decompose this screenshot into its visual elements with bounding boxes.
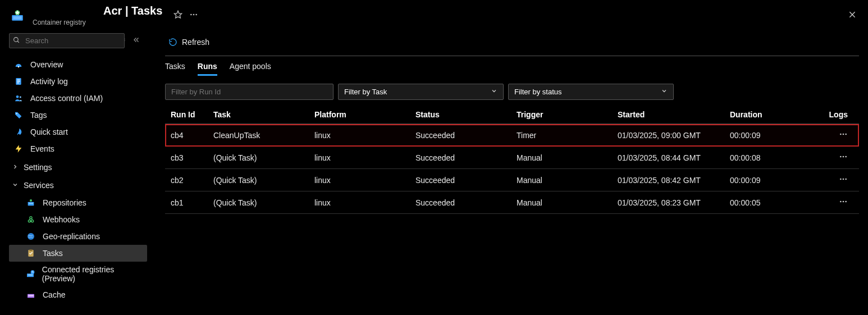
cell-run-id: cb3 (165, 147, 208, 169)
tab-runs[interactable]: Runs (198, 62, 217, 76)
registry-icon (10, 8, 25, 23)
sidebar-item-geo-replications[interactable]: Geo-replications (9, 228, 147, 245)
cell-task: (Quick Task) (208, 147, 309, 169)
svg-rect-28 (29, 249, 32, 251)
table-row[interactable]: cb1(Quick Task)linuxSucceededManual01/03… (165, 191, 859, 214)
cell-task: (Quick Task) (208, 169, 309, 191)
cell-started: 01/03/2025, 09:00 GMT (612, 124, 724, 147)
cache-icon (26, 290, 36, 300)
sidebar-item-label: Repositories (43, 198, 86, 207)
sidebar-item-tasks[interactable]: Tasks (9, 245, 147, 262)
cell-status: Succeeded (410, 124, 511, 147)
svg-rect-1 (13, 16, 21, 19)
search-icon (13, 36, 20, 45)
svg-point-41 (843, 179, 844, 180)
tab-tasks[interactable]: Tasks (165, 62, 185, 76)
filter-task-label: Filter by Task (344, 88, 387, 96)
sidebar-item-label: Tasks (43, 249, 63, 258)
cell-duration: 00:00:09 (724, 124, 814, 147)
sidebar-item-connected-registries-preview-[interactable]: Connected registries (Preview) (9, 262, 147, 286)
col-logs[interactable]: Logs (814, 106, 859, 124)
svg-point-44 (843, 201, 844, 203)
col-started[interactable]: Started (612, 106, 724, 124)
sidebar-item-webhooks[interactable]: Webhooks (9, 211, 147, 228)
svg-point-4 (190, 14, 192, 16)
sidebar-item-label: Quick start (30, 127, 68, 136)
cell-trigger: Manual (511, 147, 612, 169)
table-row[interactable]: cb2(Quick Task)linuxSucceededManual01/03… (165, 169, 859, 191)
col-status[interactable]: Status (410, 106, 511, 124)
cell-trigger: Manual (511, 191, 612, 214)
row-more-actions-icon[interactable] (839, 131, 848, 140)
sidebar-item-repositories[interactable]: Repositories (9, 194, 147, 211)
svg-point-17 (20, 97, 21, 98)
col-trigger[interactable]: Trigger (511, 106, 612, 124)
svg-point-34 (840, 134, 842, 135)
sidebar-item-events[interactable]: Events (9, 140, 147, 157)
row-more-actions-icon[interactable] (839, 154, 848, 163)
sidebar-group-settings[interactable]: Settings (9, 158, 147, 175)
filter-run-id-input[interactable] (165, 84, 334, 100)
overview-icon (13, 60, 24, 70)
cell-started: 01/03/2025, 08:42 GMT (612, 169, 724, 191)
svg-rect-21 (29, 203, 33, 204)
refresh-icon (168, 38, 177, 47)
close-blade-button[interactable] (843, 8, 861, 24)
col-platform[interactable]: Platform (309, 106, 410, 124)
refresh-label: Refresh (182, 38, 209, 47)
chevron-down-icon (11, 181, 19, 190)
collapse-sidebar-icon[interactable] (133, 36, 140, 45)
cell-logs (814, 169, 859, 191)
cell-duration: 00:00:08 (724, 147, 814, 169)
filter-status-select[interactable]: Filter by status (508, 84, 674, 100)
cell-trigger: Manual (511, 169, 612, 191)
col-run-id[interactable]: Run Id (165, 106, 208, 124)
sidebar-item-overview[interactable]: Overview (9, 56, 147, 73)
svg-rect-33 (28, 295, 33, 296)
svg-rect-15 (17, 83, 19, 83)
sidebar-item-access-control-iam-[interactable]: Access control (IAM) (9, 90, 147, 107)
favorite-star-icon[interactable] (173, 10, 182, 21)
sidebar-item-activity-log[interactable]: Activity log (9, 73, 147, 90)
sidebar-item-cache[interactable]: Cache (9, 286, 147, 303)
svg-point-26 (28, 233, 34, 240)
cell-platform: linux (309, 191, 410, 214)
events-icon (13, 144, 24, 154)
connected-icon (26, 269, 35, 279)
svg-point-9 (14, 37, 19, 42)
sidebar-group-services[interactable]: Services (9, 176, 147, 193)
tab-agent-pools[interactable]: Agent pools (230, 62, 271, 76)
cell-logs (814, 191, 859, 214)
filter-status-label: Filter by status (514, 88, 562, 96)
col-task[interactable]: Task (208, 106, 309, 124)
sidebar-item-quick-start[interactable]: Quick start (9, 124, 147, 140)
cell-run-id: cb1 (165, 191, 208, 214)
page-title: Acr | Tasks (33, 4, 162, 17)
sidebar-search-input[interactable] (9, 33, 125, 48)
iam-icon (13, 93, 24, 103)
cell-duration: 00:00:09 (724, 169, 814, 191)
svg-point-37 (840, 156, 842, 158)
sidebar-item-label: Geo-replications (43, 232, 100, 241)
refresh-button[interactable]: Refresh (165, 35, 213, 49)
table-row[interactable]: cb4CleanUpTasklinuxSucceededTimer01/03/2… (165, 124, 859, 147)
sidebar-group-label: Settings (24, 163, 52, 172)
svg-rect-30 (28, 275, 33, 276)
cell-run-id: cb2 (165, 169, 208, 191)
svg-point-18 (16, 113, 17, 114)
chevron-down-icon (491, 88, 497, 96)
sidebar-item-label: Overview (30, 60, 63, 69)
cell-duration: 00:00:05 (724, 191, 814, 214)
sidebar-item-label: Connected registries (Preview) (42, 265, 143, 283)
row-more-actions-icon[interactable] (839, 199, 848, 208)
filter-task-select[interactable]: Filter by Task (338, 84, 504, 100)
sidebar-item-tags[interactable]: Tags (9, 107, 147, 124)
row-more-actions-icon[interactable] (839, 176, 848, 185)
more-actions-icon[interactable] (189, 10, 198, 21)
svg-point-5 (193, 14, 195, 16)
cell-logs (814, 147, 859, 169)
table-row[interactable]: cb3(Quick Task)linuxSucceededManual01/03… (165, 147, 859, 169)
col-duration[interactable]: Duration (724, 106, 814, 124)
chevron-right-icon (11, 163, 19, 172)
cell-status: Succeeded (410, 147, 511, 169)
